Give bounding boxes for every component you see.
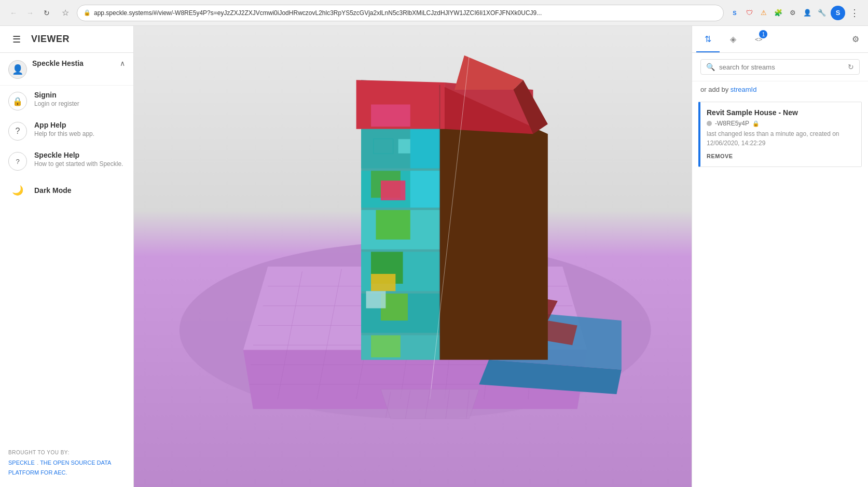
nav-reload-button[interactable]: ↻ (39, 6, 54, 20)
tab-code[interactable]: <> 1 (747, 26, 770, 52)
avatar: 👤 (8, 60, 27, 79)
svg-rect-43 (371, 274, 395, 291)
svg-marker-47 (381, 389, 479, 419)
scene-container (134, 26, 692, 487)
svg-rect-39 (371, 104, 410, 127)
url-bar[interactable]: 🔒 app.speckle.systems/#/view/-W8RE5y4P?s… (77, 5, 724, 21)
dark-mode-label: Dark Mode (34, 186, 72, 194)
browser-chrome: ← → ↻ ☆ 🔒 app.speckle.systems/#/view/-W8… (0, 0, 868, 26)
ext-puzzle2-button[interactable]: 🔧 (815, 6, 829, 20)
lock-icon: 🔒 (8, 92, 27, 110)
ext-shield-button[interactable]: 🛡 (742, 6, 756, 20)
moon-icon: 🌙 (8, 181, 27, 200)
ext-gear-button[interactable]: ⚙ (786, 6, 800, 20)
add-by-label: or add by (700, 86, 728, 93)
signin-content: Signin Login or register (34, 91, 79, 107)
sidebar-header: ☰ VIEWER (0, 26, 133, 53)
code-badge: 1 (759, 30, 767, 38)
speckle-help-content: Speckle Help How to get started with Spe… (34, 151, 123, 168)
svg-rect-41 (410, 129, 440, 169)
footer-brought-label: BROUGHT TO YOU BY: (8, 450, 125, 455)
stream-id-text: -W8RE5y4P (715, 120, 749, 127)
question2-icon: ? (8, 152, 27, 171)
speckle-help-title: Speckle Help (34, 151, 123, 159)
scene-svg (134, 26, 692, 487)
question-icon: ? (8, 122, 27, 141)
user-name: Speckle Hestia (32, 59, 115, 67)
stream-status-dot (707, 121, 712, 126)
svg-rect-37 (374, 139, 393, 154)
tab-streams[interactable]: ⇅ (696, 26, 720, 52)
signin-title: Signin (34, 91, 79, 99)
app-help-title: App Help (34, 121, 94, 129)
sidebar-item-signin[interactable]: 🔒 Signin Login or register (0, 86, 133, 116)
main-viewer[interactable] (134, 26, 692, 487)
svg-marker-24 (454, 55, 523, 90)
sidebar-item-dark-mode[interactable]: 🌙 Dark Mode (0, 176, 133, 205)
user-section: 👤 Speckle Hestia ∧ (0, 53, 133, 86)
nav-buttons: ← → ↻ (6, 6, 54, 20)
stream-id-link[interactable]: streamId (731, 86, 757, 93)
url-text: app.speckle.systems/#/view/-W8RE5y4P?s=e… (94, 9, 717, 17)
sidebar-item-app-help[interactable]: ? App Help Help for this web app. (0, 116, 133, 146)
right-panel: ⇅ ◈ <> 1 ⚙ 🔍 ↻ or add by (692, 26, 868, 487)
settings-icon: ⚙ (852, 34, 859, 44)
menu-button[interactable]: ☰ (8, 31, 25, 48)
panel-settings-button[interactable]: ⚙ (847, 31, 864, 48)
ext-person-button[interactable]: 👤 (801, 6, 814, 20)
stream-lock-icon: 🔒 (752, 120, 760, 127)
app-layout: ☰ VIEWER 👤 Speckle Hestia ∧ 🔒 Signin Log… (0, 26, 868, 487)
nav-back-button[interactable]: ← (6, 6, 21, 20)
signin-subtitle: Login or register (34, 100, 79, 107)
browser-menu-button[interactable]: ⋮ (847, 6, 862, 20)
search-area: 🔍 ↻ (692, 53, 868, 81)
svg-rect-33 (376, 210, 410, 240)
avatar-icon: 👤 (12, 64, 23, 75)
speckle-help-subtitle: How to get started with Speckle. (34, 160, 123, 168)
collapse-button[interactable]: ∧ (120, 59, 125, 67)
remove-stream-button[interactable]: REMOVE (707, 153, 733, 159)
svg-rect-40 (381, 180, 405, 200)
stream-card: Revit Sample House - New -W8RE5y4P 🔒 las… (698, 102, 862, 167)
app-help-content: App Help Help for this web app. (34, 121, 94, 137)
svg-rect-44 (366, 291, 386, 308)
browser-actions: S 🛡 ⚠ 🧩 ⚙ 👤 🔧 S ⋮ (728, 6, 862, 20)
bookmark-button[interactable]: ☆ (58, 6, 73, 20)
svg-rect-36 (371, 335, 401, 357)
stream-meta: -W8RE5y4P 🔒 (707, 120, 855, 127)
app-title: VIEWER (31, 34, 70, 45)
nav-forward-button[interactable]: → (23, 6, 37, 20)
stream-name: Revit Sample House - New (707, 108, 855, 117)
user-info: Speckle Hestia (32, 59, 115, 67)
profile-avatar[interactable]: S (831, 6, 845, 20)
svg-rect-42 (410, 171, 440, 207)
streams-icon: ⇅ (705, 34, 711, 44)
search-box: 🔍 ↻ (700, 59, 860, 75)
refresh-button[interactable]: ↻ (848, 63, 854, 71)
ext-warning-button[interactable]: ⚠ (757, 6, 770, 20)
search-input[interactable] (719, 63, 844, 71)
ext-speckle-button[interactable]: S (728, 6, 741, 20)
sidebar-footer: BROUGHT TO YOU BY: SPECKLE . THE OPEN SO… (0, 439, 133, 487)
speckle-link[interactable]: SPECKLE (8, 460, 35, 466)
tab-layers[interactable]: ◈ (722, 26, 745, 52)
app-help-subtitle: Help for this web app. (34, 130, 94, 137)
stream-description: last changed less than a minute ago, cre… (707, 129, 855, 148)
panel-tabs: ⇅ ◈ <> 1 ⚙ (692, 26, 868, 53)
sidebar-item-speckle-help[interactable]: ? Speckle Help How to get started with S… (0, 146, 133, 176)
sidebar: ☰ VIEWER 👤 Speckle Hestia ∧ 🔒 Signin Log… (0, 26, 134, 487)
extensions-area: S 🛡 ⚠ 🧩 ⚙ 👤 🔧 (728, 6, 829, 20)
search-icon: 🔍 (706, 63, 715, 71)
ext-puzzle-button[interactable]: 🧩 (771, 6, 785, 20)
layers-icon: ◈ (730, 34, 736, 44)
add-by-stream: or add by streamId (692, 81, 868, 98)
lock-icon: 🔒 (84, 9, 91, 16)
